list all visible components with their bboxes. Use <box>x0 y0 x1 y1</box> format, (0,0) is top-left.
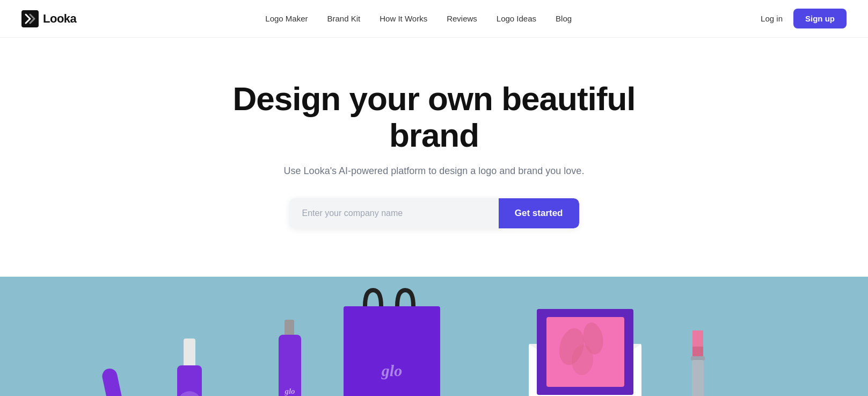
hero-title: Design your own beautiful brand <box>220 81 649 154</box>
product-showcase: glo glo glo <box>0 277 868 396</box>
svg-rect-21 <box>692 360 704 396</box>
auth-area: Log in Sign up <box>761 9 847 28</box>
logo[interactable]: Looka <box>21 10 76 27</box>
svg-text:glo: glo <box>284 387 295 395</box>
hero-section: Design your own beautiful brand Use Look… <box>0 38 868 277</box>
svg-rect-20 <box>691 356 705 361</box>
looka-logo-icon <box>21 10 39 27</box>
logo-wordmark: Looka <box>43 12 76 26</box>
svg-text:glo: glo <box>381 362 402 379</box>
svg-rect-1 <box>101 368 130 396</box>
nav-blog[interactable]: Blog <box>556 14 572 23</box>
hero-subtitle: Use Looka's AI-powered platform to desig… <box>284 165 585 177</box>
company-name-form: Get started <box>289 198 579 228</box>
svg-rect-9 <box>344 306 440 396</box>
nav-reviews[interactable]: Reviews <box>447 14 477 23</box>
nav-how-it-works[interactable]: How It Works <box>380 14 427 23</box>
nav-logo-ideas[interactable]: Logo Ideas <box>497 14 536 23</box>
nav-logo-maker[interactable]: Logo Maker <box>265 14 308 23</box>
main-nav: Logo Maker Brand Kit How It Works Review… <box>265 14 572 23</box>
get-started-button[interactable]: Get started <box>499 198 579 228</box>
svg-rect-2 <box>184 339 195 368</box>
nav-brand-kit[interactable]: Brand Kit <box>327 14 361 23</box>
company-name-input[interactable] <box>289 198 499 228</box>
signup-button[interactable]: Sign up <box>793 9 847 28</box>
product-scene-svg: glo glo glo <box>0 277 868 396</box>
svg-rect-6 <box>285 320 294 337</box>
header: Looka Logo Maker Brand Kit How It Works … <box>0 0 868 38</box>
svg-rect-19 <box>692 347 703 357</box>
login-button[interactable]: Log in <box>761 14 783 23</box>
